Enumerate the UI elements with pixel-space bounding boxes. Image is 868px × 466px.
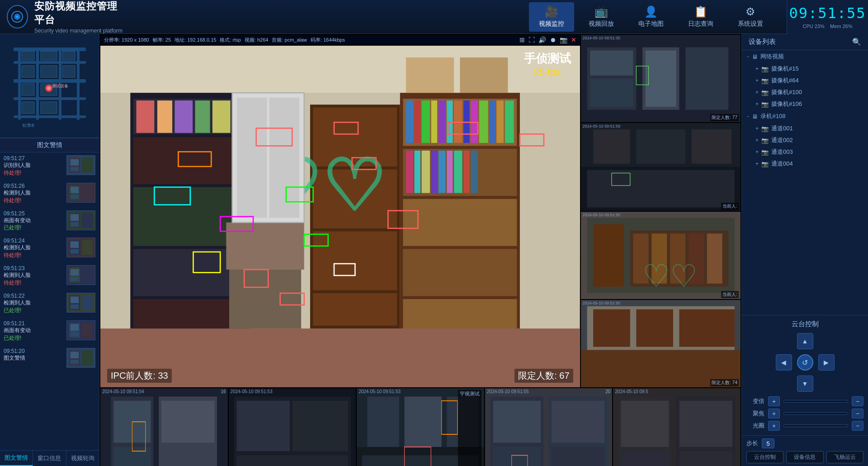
nav-tab-video-monitor[interactable]: 🎥视频监控 [529,2,574,32]
toolbar-btn-snapshot[interactable]: 📷 [560,36,567,43]
device-item-1-3[interactable]: +📷通道004 [742,158,868,170]
small-video-1[interactable]: 2024-05-10 09:51:35 限定人数: 77 [581,35,741,122]
svg-rect-50 [71,269,79,276]
nav-tab-video-playback[interactable]: 📺视频回放 [579,2,624,32]
rb-tab-2[interactable]: 飞杨运云 [826,451,863,463]
clock-stats: CPU 23% Mem 26% [802,24,852,29]
svg-rect-17 [41,66,57,77]
alert-item-4[interactable]: 09:51:23 检测到人脸 待处理! [0,262,99,290]
device-add-icon-1-0: + [755,125,759,132]
svg-rect-197 [493,447,541,466]
alert-item-6[interactable]: 09:51:21 画面有变动 已处理! [0,318,99,345]
toolbar-btn-grid[interactable]: ⊞ [519,36,525,43]
ptz-param-minus-0[interactable]: − [852,396,863,406]
alert-desc-7: 图文警情 [4,354,63,362]
device-item-0-3[interactable]: +📷摄像机#106 [742,98,868,110]
alert-desc-1: 检测到人脸 [4,189,63,197]
svg-rect-68 [100,46,580,93]
small-video-2-time: 2024-05-10 09:51:59 [583,124,621,128]
device-item-0-1[interactable]: +📷摄像机#64 [742,75,868,86]
nav-tab-logs[interactable]: 📋日志查询 [678,2,723,32]
device-item-1-1[interactable]: +📷通道002 [742,134,868,146]
bottom-video-4[interactable]: 2024-05-10 09:51:55 20 限定人: 127 [485,388,613,466]
left-tab-2[interactable]: 视频轮询 [66,451,99,466]
ptz-param-minus-2[interactable]: − [852,421,863,431]
svg-rect-85 [479,100,488,143]
alert-time-5: 09:51:22 [4,293,63,299]
ptz-param-plus-1[interactable]: + [768,409,780,418]
device-item-1-0[interactable]: +📷通道001 [742,123,868,134]
nav-tab-icon-logs: 📋 [694,5,708,18]
nav-tab-settings[interactable]: ⚙系统设置 [728,2,773,32]
device-item-label-0-1: 摄像机#64 [771,76,799,85]
alert-item-2[interactable]: 09:51:25 画面有变动 已处理! [0,208,99,235]
alert-item-5[interactable]: 09:51:22 检测到人脸 已处理! [0,290,99,318]
svg-rect-73 [403,199,517,246]
right-bottom-tabs: 云台控制设备信息飞杨运云 [746,451,863,463]
svg-rect-107 [133,137,247,184]
small-video-3[interactable]: ♡♡ 2024-05-10 09:51:55 当前人: [581,212,741,299]
toolbar-btn-audio[interactable]: 🔊 [538,36,546,43]
left-tab-1[interactable]: 窗口信息 [33,451,66,466]
svg-text:测试设备: 测试设备 [52,84,68,88]
device-category-0[interactable]: −🖥网络视频 [742,50,868,63]
ptz-param-minus-1[interactable]: − [852,409,863,418]
svg-rect-40 [71,214,79,221]
svg-rect-7 [14,97,86,100]
bottom-video-2[interactable]: 新禧大红包 2024-05-10 09:51:53 IPC [229,388,356,466]
svg-rect-111 [137,100,155,133]
svg-rect-91 [422,151,430,193]
step-value: 5 [762,438,774,448]
device-add-icon-0-0: + [755,66,759,72]
svg-rect-76 [406,100,413,143]
search-icon[interactable]: 🔍 [852,38,861,46]
map-area[interactable]: 悬浮地图 [0,34,99,138]
logo-area: 安防视频监控管理平台 Security video management pla… [0,0,127,34]
toolbar-btn-close[interactable]: ✕ [571,36,576,43]
ptz-left-button[interactable]: ◀ [776,354,792,371]
bottom-video-4-info: 20 [605,389,610,394]
ptz-right-button[interactable]: ▶ [818,354,835,371]
svg-rect-112 [157,100,172,133]
bottom-video-4-time: 2024-05-10 09:51:55 [487,389,529,394]
nav-tab-map[interactable]: 👤电子地图 [628,2,674,32]
alert-item-3[interactable]: 09:51:24 检测到人脸 待处理! [0,235,99,262]
alert-item-1[interactable]: 09:51:26 检测到人脸 待处理! [0,180,99,208]
alert-item-7[interactable]: 09:51:20 图文警情 [0,345,99,371]
bottom-video-3[interactable]: 2024-05-10 09:51:53 宇视测试 [357,388,484,466]
ptz-up-button[interactable]: ▲ [797,333,813,349]
ptz-down-button[interactable]: ▼ [797,376,813,392]
alert-time-3: 09:51:24 [4,238,63,244]
toolbar-btn-fullscreen[interactable]: ⛶ [528,36,535,43]
svg-rect-13 [22,51,34,60]
svg-rect-148 [636,129,685,164]
device-item-0-2[interactable]: +📷摄像机#100 [742,86,868,98]
device-item-1-2[interactable]: +📷通道003 [742,146,868,158]
device-add-icon-0-3: + [755,101,759,107]
ptz-param-plus-0[interactable]: + [768,396,780,406]
svg-rect-35 [71,186,79,193]
device-category-1[interactable]: −🖥录机#108 [742,110,868,123]
bottom-video-1[interactable]: 2024-05-10 09:51:54 16 限定人:66 IPC [100,388,228,466]
bottom-video-5[interactable]: 2024-05-10 09:5 [613,388,741,466]
svg-rect-60 [71,324,79,331]
alert-item-0[interactable]: 09:51:27 识别到人脸 待处理! [0,152,99,180]
ptz-param-plus-2[interactable]: + [768,421,780,431]
device-item-label-0-0: 摄像机#15 [771,65,799,73]
rb-tab-1[interactable]: 设备信息 [786,451,823,463]
svg-rect-97 [471,151,478,193]
small-video-4[interactable]: 2024-05-10 09:51:55 限定人数: 74 [581,300,741,387]
alert-desc-6: 画面有变动 [4,327,63,334]
ptz-center-button[interactable]: ↺ [797,354,813,371]
toolbar-btn-record[interactable]: ⏺ [550,36,556,43]
main-video[interactable]: 分辨率: 1920 x 1080 帧率: 25 地址: 192.168.0.15… [100,35,580,387]
left-tab-0[interactable]: 图文警情 [0,451,33,466]
svg-rect-66 [71,359,79,364]
svg-rect-199 [551,447,604,466]
svg-rect-18 [62,66,75,77]
svg-rect-31 [71,167,79,171]
device-item-0-0[interactable]: +📷摄像机#15 [742,63,868,75]
rb-tab-0[interactable]: 云台控制 [746,451,783,463]
small-video-2[interactable]: 2024-05-10 09:51:59 当前人: [581,123,741,210]
main-video-limit-count: 限定人数: 67 [514,369,573,383]
